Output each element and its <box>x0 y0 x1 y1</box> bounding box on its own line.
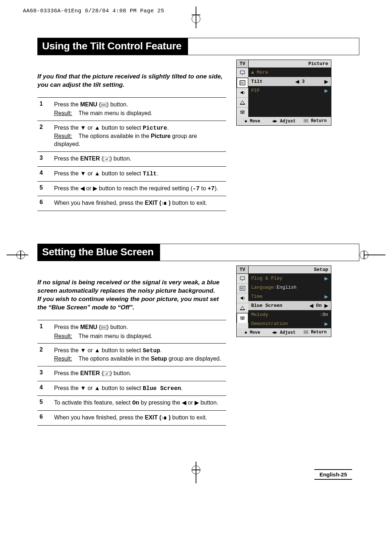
step-num: 6 <box>37 199 54 208</box>
exit-icon <box>161 200 167 208</box>
osd-row: Demonstration▶ <box>248 319 331 328</box>
step-body: Press the ▼ or ▲ button to select Pictur… <box>54 124 226 149</box>
svg-point-42 <box>242 318 243 320</box>
step-num: 3 <box>37 369 54 378</box>
osd-row: Time▶ <box>248 292 331 301</box>
section2-title: Setting the Blue Screen <box>38 244 160 261</box>
osd-setup-menu: TV Setup Plug & Play▶ La <box>236 265 331 337</box>
svg-point-32 <box>242 280 243 281</box>
enter-icon <box>103 370 110 378</box>
section2-steps: 1 Press the MENU () button. Result: The … <box>37 320 226 426</box>
osd-row: Plug & Play▶ <box>248 274 331 283</box>
osd-picture-title: Picture <box>249 60 331 68</box>
step-body: Press the MENU () button. Result: The ma… <box>54 101 226 118</box>
channel-icon <box>237 303 248 313</box>
menu-icon <box>101 101 107 109</box>
svg-rect-37 <box>240 309 245 310</box>
step-num: 3 <box>37 155 54 163</box>
step-num: 2 <box>37 124 54 149</box>
picture-icon <box>237 78 248 88</box>
svg-point-19 <box>244 111 245 112</box>
section1-title-box: Using the Tilt Control Feature <box>37 38 359 55</box>
setup-icon <box>237 313 248 323</box>
step-body: Press the ▼ or ▲ button to select Blue S… <box>54 384 226 393</box>
picture-icon <box>237 284 248 293</box>
svg-rect-5 <box>103 157 110 161</box>
input-icon <box>237 274 248 284</box>
step-num: 6 <box>37 414 54 422</box>
svg-rect-7 <box>240 71 245 74</box>
svg-rect-24 <box>101 325 107 330</box>
osd-picture-menu: TV Picture ▲ More <box>236 60 331 126</box>
section2-title-box: Setting the Blue Screen <box>37 244 359 261</box>
step-body: When you have finished, press the EXIT (… <box>54 414 226 422</box>
osd-row-pip: PIP ▶ <box>248 86 331 95</box>
step-body: Press the ▼ or ▲ button to select Tilt. <box>54 170 226 178</box>
osd-row: Language : English <box>248 283 331 292</box>
crop-mark-left <box>7 251 28 259</box>
osd-footer: ◆ Move ◀▶ Adjust Return <box>237 328 331 337</box>
svg-rect-31 <box>240 277 245 280</box>
osd-icon-column <box>237 274 248 328</box>
step-body: Press the ◀ or ▶ button to reach the req… <box>54 184 226 193</box>
menu-icon-small <box>304 118 308 123</box>
section1-steps: 1 Press the MENU () button. Result: The … <box>37 97 226 211</box>
osd-row: Melody : On <box>248 310 331 319</box>
step-body: Press the MENU () button. Result: The ma… <box>54 323 226 340</box>
section1-intro: If you find that the picture received is… <box>37 73 226 89</box>
osd-row-bluescreen: Blue Screen◀ On ▶ <box>248 301 331 310</box>
section2-intro: If no signal is being received or the si… <box>37 279 226 312</box>
svg-rect-30 <box>164 417 166 419</box>
step-num: 1 <box>37 101 54 118</box>
exit-icon <box>161 414 167 422</box>
setup-icon <box>237 107 248 117</box>
svg-point-41 <box>241 317 242 318</box>
crop-mark-top <box>192 7 200 28</box>
osd-row-tilt: Tilt ◀ 3 ▶ <box>248 77 331 86</box>
svg-rect-0 <box>101 103 107 107</box>
svg-rect-33 <box>240 286 245 291</box>
step-body: Press the ENTER () button. <box>54 369 226 378</box>
crop-mark-right <box>364 251 385 259</box>
input-icon <box>237 68 248 78</box>
enter-icon <box>103 155 110 163</box>
step-body: When you have finished, press the EXIT (… <box>54 199 226 208</box>
svg-rect-6 <box>164 202 166 205</box>
step-body: Press the ▼ or ▲ button to select Setup.… <box>54 346 226 363</box>
svg-rect-13 <box>240 104 245 105</box>
osd-tv-label: TV <box>237 266 249 273</box>
step-body: Press the ENTER () button. <box>54 155 226 163</box>
crop-mark-bottom <box>192 462 200 483</box>
step-body: To activate this feature, select On by p… <box>54 399 226 407</box>
step-num: 4 <box>37 384 54 393</box>
menu-icon-small <box>304 330 308 335</box>
sound-icon <box>237 293 248 303</box>
osd-footer: ◆ Move ◀▶ Adjust Return <box>237 117 331 125</box>
page-number-box: English-25 <box>314 469 352 480</box>
osd-setup-title: Setup <box>249 266 331 273</box>
section1-title: Using the Tilt Control Feature <box>38 38 188 55</box>
svg-rect-9 <box>240 81 245 85</box>
osd-row-more: ▲ More <box>248 68 331 77</box>
channel-icon <box>237 98 248 107</box>
svg-point-18 <box>242 113 243 114</box>
osd-tv-label: TV <box>237 60 249 68</box>
step-num: 5 <box>37 399 54 407</box>
svg-rect-29 <box>103 371 110 376</box>
sound-icon <box>237 88 248 98</box>
step-num: 2 <box>37 346 54 363</box>
svg-point-17 <box>241 111 242 112</box>
svg-point-8 <box>242 74 243 75</box>
osd-icon-column <box>237 68 248 117</box>
step-num: 4 <box>37 170 54 178</box>
step-num: 1 <box>37 323 54 340</box>
svg-point-43 <box>244 317 245 318</box>
menu-icon <box>101 324 107 332</box>
step-num: 5 <box>37 184 54 193</box>
